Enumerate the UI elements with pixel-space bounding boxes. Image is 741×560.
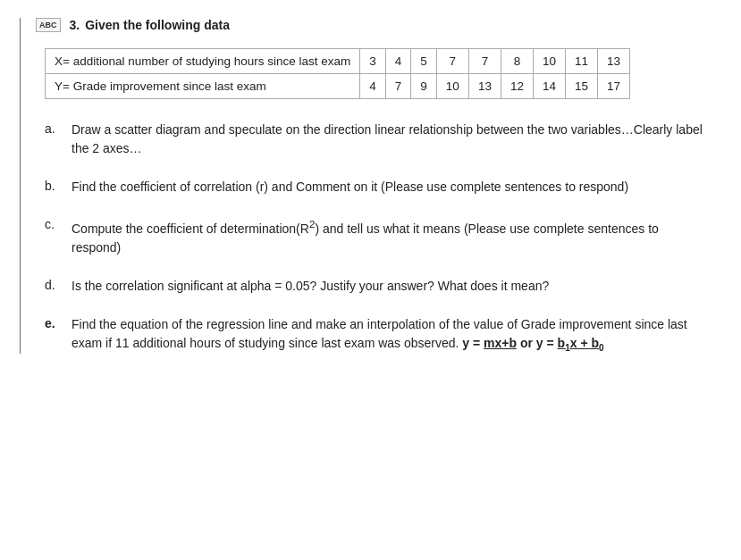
part-c-label: c. [45, 216, 72, 231]
y-val-8: 15 [565, 74, 597, 99]
part-d: d. Is the correlation significant at alp… [45, 277, 705, 296]
y-val-7: 14 [533, 74, 565, 99]
y-val-4: 10 [436, 74, 468, 99]
part-a: a. Draw a scatter diagram and speculate … [45, 121, 705, 158]
part-b-content: Find the coefficient of correlation (r) … [72, 178, 705, 196]
part-d-label: d. [45, 277, 72, 292]
y-val-5: 13 [468, 74, 501, 99]
part-e-content: Find the equation of the regression line… [72, 315, 705, 355]
part-a-content: Draw a scatter diagram and speculate on … [72, 121, 705, 158]
y-val-3: 9 [411, 74, 437, 99]
y-val-6: 12 [501, 74, 533, 99]
parts-section: a. Draw a scatter diagram and speculate … [45, 121, 705, 354]
part-e: e. Find the equation of the regression l… [45, 315, 705, 355]
part-e-label: e. [45, 315, 72, 330]
part-b-label: b. [45, 178, 72, 193]
y-val-2: 7 [385, 74, 411, 99]
x-val-2: 4 [385, 49, 411, 74]
part-b: b. Find the coefficient of correlation (… [45, 178, 705, 196]
part-c-content: Compute the coefficient of determination… [72, 216, 705, 257]
part-e-formula: y = mx+b or y = b1x + b0 [462, 336, 603, 350]
data-table: X= additional number of studying hours s… [45, 48, 630, 99]
abc-icon: ABC [36, 18, 61, 32]
y-label: Y= Grade improvement since last exam [46, 74, 360, 99]
x-val-5: 7 [468, 49, 501, 74]
x-val-1: 3 [360, 49, 386, 74]
part-d-content: Is the correlation significant at alpha … [72, 277, 705, 296]
x-val-7: 10 [533, 49, 565, 74]
part-a-label: a. [45, 121, 72, 136]
x-val-4: 7 [436, 49, 468, 74]
x-val-6: 8 [501, 49, 533, 74]
x-label: X= additional number of studying hours s… [46, 49, 360, 74]
x-val-8: 11 [565, 49, 597, 74]
x-val-9: 13 [598, 49, 630, 74]
y-val-9: 17 [598, 74, 630, 99]
y-val-1: 4 [360, 74, 386, 99]
x-val-3: 5 [411, 49, 437, 74]
question-number: 3. [70, 18, 80, 32]
part-c: c. Compute the coefficient of determinat… [45, 216, 705, 257]
question-title: Given the following data [85, 18, 230, 32]
